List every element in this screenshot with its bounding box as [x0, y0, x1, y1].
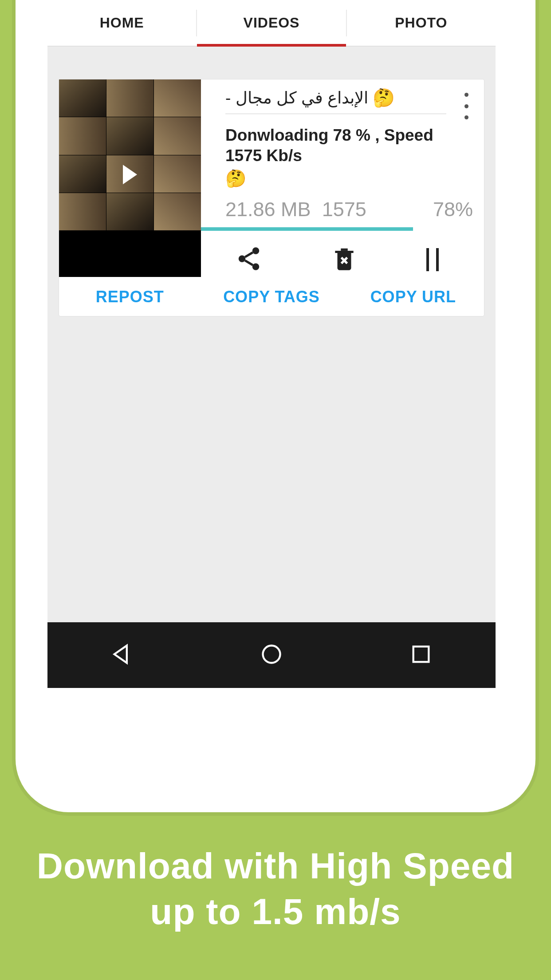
video-thumbnail[interactable] — [59, 79, 201, 277]
status-text: Donwloading 78 % , Speed 1575 Kb/s — [225, 126, 433, 165]
pause-icon — [426, 246, 439, 273]
progress-fill — [201, 227, 413, 231]
download-percent: 78% — [433, 198, 473, 221]
nav-home-button[interactable] — [260, 643, 283, 668]
download-info: الإبداع في كل مجال - 🤔 Donwloading 78 % … — [201, 79, 484, 280]
tab-home[interactable]: HOME — [47, 0, 196, 46]
share-icon — [235, 245, 263, 273]
tab-photo[interactable]: PHOTO — [347, 0, 496, 46]
delete-button[interactable] — [331, 245, 358, 274]
svg-point-3 — [263, 646, 280, 663]
android-nav-bar — [47, 622, 496, 688]
thumbnail-collage — [59, 79, 201, 230]
phone-frame: HOME VIDEOS PHOTO — [16, 0, 535, 812]
more-options-button[interactable] — [460, 93, 473, 119]
download-card: الإبداع في كل مجال - 🤔 Donwloading 78 % … — [59, 79, 484, 316]
thinking-emoji: 🤔 — [373, 87, 395, 108]
circle-icon — [260, 643, 283, 666]
svg-point-0 — [252, 247, 260, 254]
marketing-line-2: up to 1.5 mb/s — [0, 889, 551, 935]
nav-back-button[interactable] — [110, 643, 134, 668]
video-title: الإبداع في كل مجال - 🤔 — [225, 87, 446, 114]
phone-notch — [535, 7, 535, 33]
marketing-line-1: Download with High Speed — [0, 843, 551, 889]
tab-videos[interactable]: VIDEOS — [197, 0, 346, 46]
app-screen: HOME VIDEOS PHOTO — [47, 0, 496, 688]
progress-bar — [201, 227, 473, 231]
back-icon — [110, 643, 134, 666]
card-content: الإبداع في كل مجال - 🤔 Donwloading 78 % … — [59, 79, 484, 280]
share-button[interactable] — [235, 245, 263, 274]
icon-action-row — [201, 240, 473, 280]
tab-bar: HOME VIDEOS PHOTO — [47, 0, 496, 47]
file-size: 21.86 MB — [225, 198, 311, 221]
download-stats: 21.86 MB 1575 78% — [225, 198, 473, 221]
download-speed: 1575 — [322, 198, 366, 221]
copy-url-button[interactable]: COPY URL — [342, 288, 484, 306]
marketing-caption: Download with High Speed up to 1.5 mb/s — [0, 843, 551, 934]
repost-button[interactable]: REPOST — [59, 288, 201, 306]
card-actions: REPOST COPY TAGS COPY URL — [59, 280, 484, 316]
title-text: الإبداع في كل مجال - — [225, 88, 368, 107]
download-status: Donwloading 78 % , Speed 1575 Kb/s 🤔 — [225, 125, 473, 189]
thinking-emoji: 🤔 — [225, 168, 473, 190]
play-icon — [123, 165, 137, 184]
pause-button[interactable] — [426, 246, 439, 273]
svg-point-1 — [239, 255, 246, 262]
svg-point-2 — [252, 263, 260, 270]
trash-icon — [331, 245, 358, 273]
copy-tags-button[interactable]: COPY TAGS — [201, 288, 342, 306]
square-icon — [409, 643, 433, 666]
nav-recent-button[interactable] — [409, 643, 433, 668]
svg-rect-4 — [413, 647, 429, 662]
